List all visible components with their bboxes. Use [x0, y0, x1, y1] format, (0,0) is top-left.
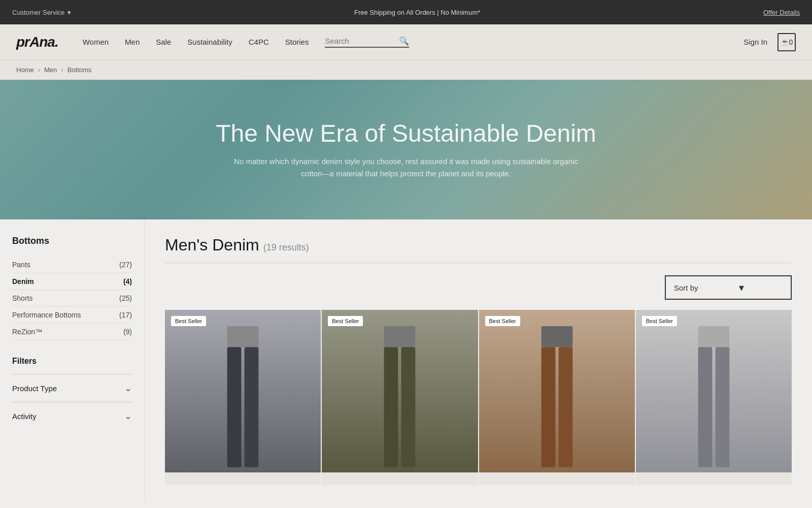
nav-right: Sign In ☕ 0: [743, 33, 796, 51]
product-card[interactable]: Best Seller: [322, 310, 478, 485]
sign-in-button[interactable]: Sign In: [743, 38, 767, 46]
hero-subtitle: No matter which dynamic denim style you …: [228, 155, 584, 180]
sidebar: Bottoms Pants (27) Denim (4) Shorts (25)…: [0, 219, 145, 501]
product-content: Men's Denim(19 results) Sort by ▾ Best S…: [145, 219, 812, 501]
sidebar-item-performance-count: (17): [119, 311, 132, 319]
filter-product-type-toggle[interactable]: Product Type ⌄: [12, 383, 132, 394]
product-info: [322, 472, 478, 485]
search-icon: 🔍: [399, 36, 409, 46]
hero-title: The New Era of Sustainable Denim: [216, 119, 596, 147]
content-header: Men's Denim(19 results): [165, 236, 792, 263]
svg-rect-6: [541, 326, 572, 347]
svg-rect-2: [245, 347, 259, 467]
product-info: [479, 472, 635, 485]
sidebar-title: Bottoms: [12, 236, 132, 246]
offer-details-link[interactable]: Offer Details: [763, 9, 800, 16]
product-info: [636, 472, 792, 485]
chevron-down-icon: ⌄: [124, 383, 132, 394]
search-bar[interactable]: 🔍: [325, 36, 409, 48]
filter-activity-label: Activity: [12, 412, 37, 421]
product-image: Best Seller: [322, 310, 478, 472]
sidebar-item-shorts-label: Shorts: [12, 294, 32, 302]
svg-rect-5: [401, 347, 416, 467]
cart-button[interactable]: ☕ 0: [777, 33, 796, 51]
svg-rect-10: [698, 347, 713, 467]
nav-stories[interactable]: Stories: [285, 38, 309, 46]
breadcrumb-sep-1: ›: [38, 66, 40, 74]
sort-by-label: Sort by: [674, 283, 698, 292]
promo-banner: Free Shipping on All Orders | No Minimum…: [354, 9, 480, 16]
product-image: Best Seller: [165, 310, 321, 472]
best-seller-badge: Best Seller: [642, 316, 677, 326]
sidebar-item-pants-label: Pants: [12, 261, 30, 269]
top-bar: Customer Service ▾ Free Shipping on All …: [0, 0, 812, 24]
search-input[interactable]: [325, 37, 396, 45]
nav-sale[interactable]: Sale: [156, 38, 171, 46]
content-title: Men's Denim(19 results): [165, 236, 792, 255]
hero-banner: The New Era of Sustainable Denim No matt…: [0, 80, 812, 219]
best-seller-badge: Best Seller: [485, 316, 520, 326]
product-grid: Best Seller Best Seller: [165, 310, 792, 485]
customer-service-chevron: ▾: [67, 9, 71, 16]
product-image: Best Seller: [479, 310, 635, 472]
customer-service-menu[interactable]: Customer Service ▾: [12, 9, 71, 16]
breadcrumb-home[interactable]: Home: [16, 66, 34, 74]
filters-title: Filters: [12, 357, 132, 366]
sort-bar: Sort by ▾: [165, 275, 792, 300]
sidebar-item-performance-label: Performance Bottoms: [12, 311, 81, 319]
nav-links: Women Men Sale Sustainability C4PC Stori…: [83, 36, 744, 48]
svg-rect-1: [227, 347, 242, 467]
svg-rect-7: [541, 347, 555, 467]
best-seller-badge: Best Seller: [171, 316, 206, 326]
sidebar-item-denim-count: (4): [123, 277, 132, 285]
sidebar-item-shorts[interactable]: Shorts (25): [12, 290, 132, 307]
sidebar-item-denim[interactable]: Denim (4): [12, 273, 132, 290]
main-nav: prAna. Women Men Sale Sustainability C4P…: [0, 24, 812, 60]
filter-group-product-type: Product Type ⌄: [12, 374, 132, 402]
filter-product-type-label: Product Type: [12, 384, 57, 393]
svg-rect-0: [227, 326, 259, 347]
product-card[interactable]: Best Seller: [479, 310, 635, 485]
product-card[interactable]: Best Seller: [636, 310, 792, 485]
filter-activity-toggle[interactable]: Activity ⌄: [12, 410, 132, 422]
sidebar-item-pants-count: (27): [119, 261, 132, 269]
nav-women[interactable]: Women: [83, 38, 109, 46]
best-seller-badge: Best Seller: [328, 316, 363, 326]
product-card[interactable]: Best Seller: [165, 310, 321, 485]
sidebar-item-rezion[interactable]: ReZion™ (9): [12, 324, 132, 340]
breadcrumb-men[interactable]: Men: [44, 66, 57, 74]
filter-group-activity: Activity ⌄: [12, 402, 132, 430]
main-layout: Bottoms Pants (27) Denim (4) Shorts (25)…: [0, 219, 812, 501]
sidebar-item-pants[interactable]: Pants (27): [12, 257, 132, 273]
breadcrumb-current: Bottoms: [67, 66, 92, 74]
nav-men[interactable]: Men: [125, 38, 140, 46]
svg-rect-3: [384, 326, 416, 347]
filters-section: Filters Product Type ⌄ Activity ⌄: [12, 357, 132, 430]
nav-c4pc[interactable]: C4PC: [249, 38, 269, 46]
nav-sustainability[interactable]: Sustainability: [187, 38, 232, 46]
sort-by-dropdown[interactable]: Sort by ▾: [665, 275, 792, 300]
content-count: (19 results): [263, 242, 309, 252]
product-image: Best Seller: [636, 310, 792, 472]
breadcrumb: Home › Men › Bottoms: [0, 60, 812, 80]
cart-icon: ☕: [781, 38, 789, 46]
breadcrumb-sep-2: ›: [61, 66, 63, 74]
sort-chevron-icon: ▾: [739, 281, 744, 294]
sidebar-item-shorts-count: (25): [119, 294, 132, 302]
brand-logo[interactable]: prAna.: [16, 34, 58, 50]
chevron-down-icon-2: ⌄: [124, 410, 132, 422]
sidebar-item-denim-label: Denim: [12, 277, 34, 285]
sidebar-item-rezion-label: ReZion™: [12, 328, 42, 336]
cart-count: 0: [789, 38, 793, 46]
svg-rect-9: [698, 326, 730, 347]
svg-rect-8: [558, 347, 572, 467]
sidebar-item-performance[interactable]: Performance Bottoms (17): [12, 307, 132, 324]
sidebar-item-rezion-count: (9): [123, 328, 132, 336]
svg-rect-4: [384, 347, 398, 467]
product-info: [165, 472, 321, 485]
svg-rect-11: [715, 347, 729, 467]
customer-service-label: Customer Service: [12, 9, 64, 16]
